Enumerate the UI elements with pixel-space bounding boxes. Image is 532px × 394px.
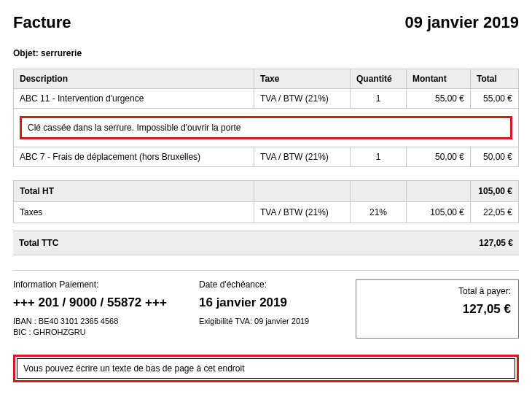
col-description: Description: [14, 69, 254, 89]
vat-due: Exigibilité TVA: 09 janvier 2019: [199, 316, 347, 327]
payment-info-label: Information Paiement:: [13, 279, 190, 290]
table-row: ABC 7 - Frais de déplacement (hors Bruxe…: [14, 147, 519, 167]
doc-title: Facture: [13, 13, 71, 32]
footer-text: Vous pouvez écrire un texte de bas de pa…: [17, 358, 515, 379]
header: Facture 09 janvier 2019: [13, 13, 519, 32]
due-date: 16 janvier 2019: [199, 296, 347, 310]
table-header: Description Taxe Quantité Montant Total: [14, 69, 519, 89]
cell-tax: TVA / BTW (21%): [254, 89, 351, 109]
taxes-amount: 22,05 €: [471, 202, 519, 223]
taxes-base: 105,00 €: [407, 202, 471, 223]
payment-due: Date d'échéance: 16 janvier 2019 Exigibi…: [199, 279, 347, 339]
cell-description: ABC 11 - Intervention d'urgence: [14, 89, 254, 109]
taxes-row: Taxes TVA / BTW (21%) 21% 105,00 € 22,05…: [14, 202, 519, 223]
total-ht-label: Total HT: [14, 181, 254, 202]
cell-qty: 1: [351, 147, 407, 167]
col-amount: Montant: [407, 69, 471, 89]
taxes-tax: TVA / BTW (21%): [254, 202, 351, 223]
payment-area: Information Paiement: +++ 201 / 9000 / 5…: [13, 270, 519, 339]
to-pay-label: Total à payer:: [364, 286, 512, 296]
note-highlight: Clé cassée dans la serrure. Impossible d…: [20, 116, 512, 139]
payment-info: Information Paiement: +++ 201 / 9000 / 5…: [13, 279, 190, 339]
subject-value: serrurerie: [41, 48, 82, 58]
subject-label: Objet:: [13, 48, 39, 58]
cell-description: ABC 7 - Frais de déplacement (hors Bruxe…: [14, 147, 254, 167]
total-ttc-label: Total TTC: [13, 231, 453, 255]
ttc-table: Total TTC 127,05 €: [13, 231, 519, 255]
footer-highlight: Vous pouvez écrire un texte de bas de pa…: [13, 355, 519, 382]
to-pay-value: 127,05 €: [364, 302, 512, 317]
col-total: Total: [471, 69, 519, 89]
payment-bic: BIC : GHROHZGRU: [13, 327, 190, 338]
subject-line: Objet: serrurerie: [13, 48, 519, 58]
col-tax: Taxe: [254, 69, 351, 89]
cell-tax: TVA / BTW (21%): [254, 147, 351, 167]
col-qty: Quantité: [351, 69, 407, 89]
cell-total: 50,00 €: [471, 147, 519, 167]
items-table: Description Taxe Quantité Montant Total …: [13, 69, 519, 167]
payment-total-box: Total à payer: 127,05 €: [356, 279, 520, 339]
payment-iban: IBAN : BE40 3101 2365 4568: [13, 316, 190, 327]
totals-table: Total HT 105,00 € Taxes TVA / BTW (21%) …: [13, 180, 519, 223]
payment-structured: +++ 201 / 9000 / 55872 +++: [13, 296, 190, 310]
total-ht-row: Total HT 105,00 €: [14, 181, 519, 202]
total-ttc-value: 127,05 €: [453, 231, 519, 255]
note-row: Clé cassée dans la serrure. Impossible d…: [14, 109, 519, 147]
cell-qty: 1: [351, 89, 407, 109]
total-ht-value: 105,00 €: [471, 181, 519, 202]
cell-total: 55,00 €: [471, 89, 519, 109]
cell-amount: 50,00 €: [407, 147, 471, 167]
note-text: Clé cassée dans la serrure. Impossible d…: [28, 123, 240, 133]
due-label: Date d'échéance:: [199, 279, 347, 290]
cell-amount: 55,00 €: [407, 89, 471, 109]
taxes-label: Taxes: [14, 202, 254, 223]
total-ttc-row: Total TTC 127,05 €: [13, 231, 519, 255]
taxes-rate: 21%: [351, 202, 407, 223]
doc-date: 09 janvier 2019: [404, 13, 519, 32]
table-row: ABC 11 - Intervention d'urgence TVA / BT…: [14, 89, 519, 109]
